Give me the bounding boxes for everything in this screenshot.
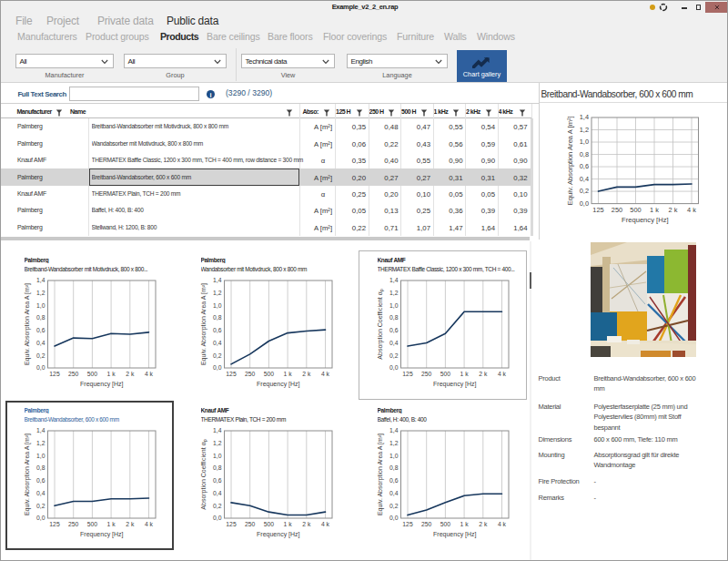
svg-text:1,4: 1,4 (389, 427, 399, 434)
svg-text:0,8: 0,8 (580, 150, 589, 158)
svg-text:1,2: 1,2 (389, 290, 399, 296)
svg-text:1,4: 1,4 (213, 277, 222, 283)
svg-text:4 k: 4 k (687, 206, 696, 214)
svg-text:4 k: 4 k (497, 371, 506, 377)
svg-text:0,2: 0,2 (580, 187, 589, 195)
svg-text:Absorption Coefficient αp: Absorption Coefficient αp (199, 439, 207, 509)
svg-text:500: 500 (263, 521, 274, 527)
svg-text:1,4: 1,4 (389, 277, 399, 283)
svg-text:500: 500 (263, 371, 274, 377)
svg-text:500: 500 (86, 521, 97, 527)
svg-text:Equiv. Absorption Area A [m²]: Equiv. Absorption Area A [m²] (23, 282, 30, 364)
svg-text:Absorption Coefficient αp: Absorption Coefficient αp (376, 289, 384, 359)
svg-text:0,4: 0,4 (36, 339, 46, 345)
svg-text:2 k: 2 k (302, 371, 311, 377)
svg-text:1 k: 1 k (106, 371, 116, 377)
svg-text:2 k: 2 k (669, 206, 678, 214)
svg-text:Frequency [Hz]: Frequency [Hz] (622, 216, 669, 224)
svg-text:1,2: 1,2 (36, 440, 46, 446)
svg-text:1,4: 1,4 (36, 277, 46, 283)
svg-text:0,8: 0,8 (389, 314, 399, 321)
svg-text:0,0: 0,0 (213, 364, 222, 371)
svg-text:125: 125 (402, 371, 413, 377)
svg-text:1 k: 1 k (460, 371, 469, 377)
svg-text:0,4: 0,4 (213, 489, 222, 495)
svg-text:0,6: 0,6 (389, 477, 399, 484)
svg-text:2 k: 2 k (302, 521, 311, 527)
svg-text:Frequency [Hz]: Frequency [Hz] (257, 381, 300, 388)
svg-text:500: 500 (440, 521, 450, 527)
svg-text:Equiv. Absorption Area A [m²]: Equiv. Absorption Area A [m²] (199, 282, 207, 364)
svg-text:1,2: 1,2 (389, 440, 399, 446)
svg-text:4 k: 4 k (144, 521, 153, 527)
svg-text:0,2: 0,2 (213, 502, 222, 508)
svg-text:Frequency [Hz]: Frequency [Hz] (433, 531, 477, 538)
svg-text:Frequency [Hz]: Frequency [Hz] (80, 381, 124, 388)
svg-text:0,4: 0,4 (389, 489, 399, 495)
svg-text:Frequency [Hz]: Frequency [Hz] (257, 531, 300, 538)
svg-text:1,2: 1,2 (213, 440, 222, 446)
svg-text:Frequency [Hz]: Frequency [Hz] (433, 381, 477, 388)
svg-text:1,0: 1,0 (213, 452, 222, 458)
svg-text:0,2: 0,2 (213, 352, 222, 358)
svg-text:2 k: 2 k (479, 371, 488, 377)
svg-text:1 k: 1 k (460, 521, 469, 527)
svg-text:0,8: 0,8 (213, 314, 222, 321)
svg-text:250: 250 (245, 521, 256, 527)
svg-text:0,0: 0,0 (36, 515, 46, 521)
svg-text:0,6: 0,6 (580, 162, 589, 170)
svg-text:250: 250 (421, 371, 432, 377)
svg-text:0,2: 0,2 (389, 352, 399, 358)
svg-text:Equiv. Absorption Area A [m²]: Equiv. Absorption Area A [m²] (23, 433, 30, 515)
svg-text:0,2: 0,2 (389, 502, 399, 508)
svg-text:500: 500 (440, 371, 450, 377)
svg-text:0,6: 0,6 (389, 327, 399, 333)
svg-text:1,0: 1,0 (213, 301, 222, 308)
svg-text:0,0: 0,0 (389, 515, 399, 521)
svg-text:0,4: 0,4 (213, 339, 222, 345)
svg-text:125: 125 (226, 521, 237, 527)
svg-text:Equiv. Absorption Area A [m²]: Equiv. Absorption Area A [m²] (566, 116, 574, 205)
svg-text:500: 500 (630, 206, 641, 214)
svg-text:250: 250 (68, 371, 79, 377)
svg-text:4 k: 4 k (497, 521, 506, 527)
svg-text:0,8: 0,8 (389, 464, 399, 471)
svg-text:4 k: 4 k (320, 371, 329, 377)
svg-text:0,4: 0,4 (580, 175, 589, 183)
svg-text:250: 250 (421, 521, 432, 527)
svg-text:2 k: 2 k (479, 521, 488, 527)
svg-text:1 k: 1 k (283, 371, 292, 377)
svg-text:Frequency [Hz]: Frequency [Hz] (80, 531, 124, 538)
svg-text:1 k: 1 k (106, 521, 116, 527)
svg-text:0,6: 0,6 (36, 327, 46, 333)
svg-text:0,0: 0,0 (36, 364, 46, 371)
svg-text:1 k: 1 k (650, 206, 659, 214)
svg-text:250: 250 (68, 521, 79, 527)
svg-text:0,0: 0,0 (213, 515, 222, 521)
svg-text:1 k: 1 k (283, 521, 292, 527)
svg-text:250: 250 (245, 371, 256, 377)
svg-text:125: 125 (226, 371, 237, 377)
svg-text:0,6: 0,6 (213, 327, 222, 333)
svg-text:500: 500 (86, 371, 97, 377)
svg-text:1,0: 1,0 (389, 452, 399, 458)
svg-text:1,2: 1,2 (213, 290, 222, 296)
svg-text:0,8: 0,8 (213, 464, 222, 471)
svg-text:1,2: 1,2 (36, 290, 46, 296)
svg-text:4 k: 4 k (320, 521, 329, 527)
svg-text:250: 250 (612, 206, 622, 214)
svg-text:0,4: 0,4 (36, 489, 46, 495)
svg-text:1,4: 1,4 (580, 113, 589, 121)
svg-text:1,4: 1,4 (36, 427, 46, 434)
svg-text:0,0: 0,0 (389, 364, 399, 371)
svg-text:125: 125 (49, 371, 60, 377)
svg-text:1,0: 1,0 (36, 301, 46, 308)
svg-text:0,4: 0,4 (389, 339, 399, 345)
svg-text:Equiv. Absorption Area A [m²]: Equiv. Absorption Area A [m²] (376, 433, 383, 515)
svg-text:4 k: 4 k (144, 371, 153, 377)
svg-text:1,2: 1,2 (580, 126, 589, 134)
svg-text:125: 125 (592, 206, 603, 214)
svg-text:1,0: 1,0 (580, 138, 589, 146)
svg-text:125: 125 (402, 521, 413, 527)
svg-text:1,4: 1,4 (213, 427, 222, 434)
